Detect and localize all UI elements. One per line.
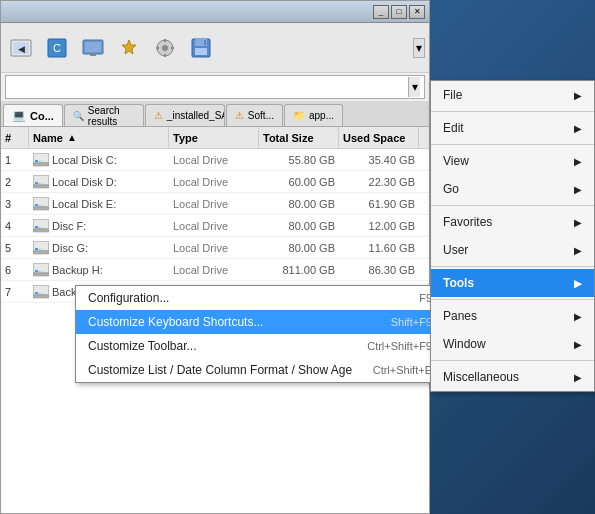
context-menu-item[interactable]: Customize Toolbar... Ctrl+Shift+F9	[76, 334, 444, 358]
cell-name: Local Disk E:	[29, 196, 169, 212]
right-menu-label: Panes	[443, 309, 477, 323]
cell-type: Local Drive	[169, 175, 259, 189]
cell-num: 5	[1, 241, 29, 255]
maximize-button[interactable]: □	[391, 5, 407, 19]
cell-used: 61.90 GB	[339, 197, 419, 211]
back-button[interactable]: ◀	[5, 32, 37, 64]
context-menu-item[interactable]: Customize List / Date Column Format / Sh…	[76, 358, 444, 382]
right-menu-item-view[interactable]: View ▶	[431, 147, 594, 175]
right-menu-item-panes[interactable]: Panes ▶	[431, 302, 594, 330]
menu-item-label: Configuration...	[88, 291, 169, 305]
svg-rect-44	[33, 251, 49, 254]
path-dropdown-button[interactable]: ▾	[413, 38, 425, 58]
svg-rect-51	[35, 270, 38, 272]
path-dropdown[interactable]: ▾	[408, 77, 420, 97]
svg-rect-22	[39, 161, 40, 162]
cell-num: 6	[1, 263, 29, 277]
svg-rect-10	[164, 39, 166, 42]
submenu-arrow-icon: ▶	[574, 311, 582, 322]
minimize-button[interactable]: _	[373, 5, 389, 19]
col-header-total[interactable]: Total Size	[259, 127, 339, 148]
right-menu-label: Tools	[443, 276, 474, 290]
right-menu-label: Favorites	[443, 215, 492, 229]
menu-separator	[431, 266, 594, 267]
cell-total: 60.00 GB	[259, 175, 339, 189]
svg-rect-16	[195, 48, 207, 55]
svg-rect-12	[156, 47, 159, 49]
svg-rect-45	[35, 248, 38, 250]
network-button[interactable]	[77, 32, 109, 64]
menu-separator	[431, 360, 594, 361]
cell-name: Backup H:	[29, 262, 169, 278]
network-icon	[82, 37, 104, 59]
svg-rect-17	[204, 40, 206, 45]
svg-rect-39	[35, 226, 38, 228]
cell-used: 12.00 GB	[339, 219, 419, 233]
right-menu-item-edit[interactable]: Edit ▶	[431, 114, 594, 142]
right-menu-label: User	[443, 243, 468, 257]
submenu-arrow-icon: ▶	[574, 372, 582, 383]
col-header-used[interactable]: Used Space	[339, 127, 419, 148]
context-menu-item[interactable]: Customize Keyboard Shortcuts... Shift+F9	[76, 310, 444, 334]
file-row[interactable]: 1 Local Disk C: Local Drive 55.80 GB 35.…	[1, 149, 429, 171]
svg-rect-47	[41, 249, 42, 250]
svg-point-9	[162, 45, 168, 51]
right-menu-item-favorites[interactable]: Favorites ▶	[431, 208, 594, 236]
file-row[interactable]: 5 Disc G: Local Drive 80.00 GB 11.60 GB	[1, 237, 429, 259]
col-header-num[interactable]: #	[1, 127, 29, 148]
right-menu-item-window[interactable]: Window ▶	[431, 330, 594, 358]
file-row[interactable]: 3 Local Disk E: Local Drive 80.00 GB 61.…	[1, 193, 429, 215]
right-menu-item-tools[interactable]: Tools ▶	[431, 269, 594, 297]
right-menu-label: Window	[443, 337, 486, 351]
column-headers: # Name ▲ Type Total Size Used Space	[1, 127, 429, 149]
cell-num: 1	[1, 153, 29, 167]
path-bar: ▾	[5, 75, 425, 99]
svg-rect-26	[33, 185, 49, 188]
view-icon: C	[46, 37, 68, 59]
right-menu-item-user[interactable]: User ▶	[431, 236, 594, 264]
svg-rect-23	[41, 161, 42, 162]
settings-button[interactable]	[149, 32, 181, 64]
drive-icon	[33, 175, 49, 189]
tab-search[interactable]: 🔍 Search results	[64, 104, 144, 126]
cell-num: 3	[1, 197, 29, 211]
cell-used: 35.40 GB	[339, 153, 419, 167]
right-menu: File ▶ Edit ▶ View ▶ Go ▶ Favorites ▶ Us…	[430, 80, 595, 392]
svg-rect-38	[33, 229, 49, 232]
close-button[interactable]: ✕	[409, 5, 425, 19]
tab-soft[interactable]: ⚠ Soft...	[226, 104, 283, 126]
right-menu-item-miscellaneous[interactable]: Miscellaneous ▶	[431, 363, 594, 391]
file-row[interactable]: 6 Backup H: Local Drive 811.00 GB 86.30 …	[1, 259, 429, 281]
submenu-arrow-icon: ▶	[574, 156, 582, 167]
tab-installed[interactable]: ⚠ _installed_SAVE	[145, 104, 225, 126]
save-button[interactable]	[185, 32, 217, 64]
tab-app-label: app...	[309, 110, 334, 121]
cell-name: Disc G:	[29, 240, 169, 256]
tab-app[interactable]: 📁 app...	[284, 104, 343, 126]
settings-icon	[154, 37, 176, 59]
context-menu-item[interactable]: Configuration... F9	[76, 286, 444, 310]
svg-rect-46	[39, 249, 40, 250]
submenu-arrow-icon: ▶	[574, 123, 582, 134]
col-header-type[interactable]: Type	[169, 127, 259, 148]
svg-rect-13	[171, 47, 174, 49]
cell-type: Local Drive	[169, 263, 259, 277]
tab-computer[interactable]: 💻 Co...	[3, 104, 63, 126]
drive-icon	[33, 153, 49, 167]
menu-separator	[431, 299, 594, 300]
drive-icon	[33, 285, 49, 299]
favorite-button[interactable]	[113, 32, 145, 64]
col-header-name[interactable]: Name ▲	[29, 127, 169, 148]
file-row[interactable]: 4 Disc F: Local Drive 80.00 GB 12.00 GB	[1, 215, 429, 237]
right-menu-item-go[interactable]: Go ▶	[431, 175, 594, 203]
svg-rect-33	[35, 204, 38, 206]
menu-item-shortcut: Shift+F9	[391, 316, 432, 328]
title-bar: _ □ ✕	[1, 1, 429, 23]
file-row[interactable]: 2 Local Disk D: Local Drive 60.00 GB 22.…	[1, 171, 429, 193]
cell-num: 7	[1, 285, 29, 299]
right-menu-label: Miscellaneous	[443, 370, 519, 384]
view-button[interactable]: C	[41, 32, 73, 64]
svg-rect-29	[41, 183, 42, 184]
svg-rect-34	[39, 205, 40, 206]
right-menu-item-file[interactable]: File ▶	[431, 81, 594, 109]
